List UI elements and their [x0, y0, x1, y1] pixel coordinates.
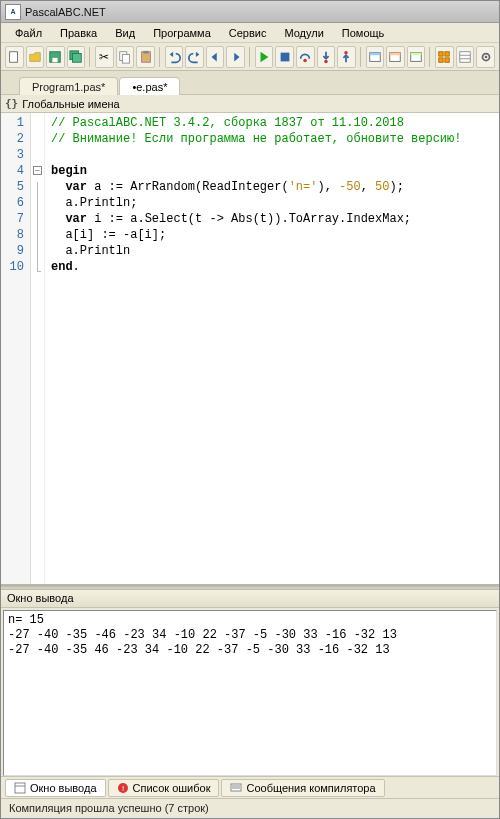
stop-button[interactable]: [275, 46, 294, 68]
save-all-button[interactable]: [67, 46, 86, 68]
svg-rect-22: [445, 57, 449, 61]
titlebar: A PascalABC.NET: [1, 1, 499, 23]
document-tabs: Program1.pas* •e.pas*: [1, 71, 499, 95]
menu-view[interactable]: Вид: [107, 25, 143, 41]
tab-e-pas[interactable]: •e.pas*: [119, 77, 180, 95]
svg-point-12: [345, 50, 349, 54]
settings-button[interactable]: [476, 46, 495, 68]
scope-bar[interactable]: {} Глобальные имена: [1, 95, 499, 113]
svg-rect-6: [122, 54, 129, 63]
window1-button[interactable]: [366, 46, 385, 68]
toolbar: ✂: [1, 43, 499, 71]
nav-forward-button[interactable]: [226, 46, 245, 68]
fold-gutter: −: [31, 113, 45, 584]
svg-point-10: [304, 58, 308, 62]
menu-service[interactable]: Сервис: [221, 25, 275, 41]
save-button[interactable]: [46, 46, 65, 68]
messages-icon: [230, 782, 242, 794]
svg-point-27: [484, 55, 487, 58]
bottom-tab-errors[interactable]: ! Список ошибок: [108, 779, 220, 797]
svg-rect-16: [390, 52, 401, 55]
scope-label: Глобальные имена: [22, 98, 120, 110]
braces-icon: {}: [5, 97, 18, 110]
menu-edit[interactable]: Правка: [52, 25, 105, 41]
app-icon: A: [5, 4, 21, 20]
step-into-button[interactable]: [317, 46, 336, 68]
menu-file[interactable]: Файл: [7, 25, 50, 41]
svg-rect-23: [460, 51, 471, 62]
svg-rect-9: [280, 52, 289, 61]
open-file-button[interactable]: [26, 46, 45, 68]
svg-text:!: !: [121, 784, 123, 793]
code-area[interactable]: // PascalABC.NET 3.4.2, сборка 1837 от 1…: [45, 113, 499, 584]
bottom-tab-label: Окно вывода: [30, 782, 97, 794]
line-number-gutter: 1 2 3 4 5 6 7 8 9 10: [1, 113, 31, 584]
svg-rect-14: [370, 52, 381, 55]
menu-modules[interactable]: Модули: [276, 25, 331, 41]
redo-button[interactable]: [185, 46, 204, 68]
nav-back-button[interactable]: [206, 46, 225, 68]
tab-program1[interactable]: Program1.pas*: [19, 77, 118, 95]
menubar: Файл Правка Вид Программа Сервис Модули …: [1, 23, 499, 43]
output-panel: Окно вывода n= 15 -27 -40 -35 -46 -23 34…: [1, 590, 499, 798]
window3-button[interactable]: [407, 46, 426, 68]
bottom-tab-output[interactable]: Окно вывода: [5, 779, 106, 797]
run-button[interactable]: [255, 46, 274, 68]
grid-button[interactable]: [456, 46, 475, 68]
svg-rect-28: [15, 783, 25, 793]
menu-program[interactable]: Программа: [145, 25, 219, 41]
step-out-button[interactable]: [337, 46, 356, 68]
svg-point-11: [324, 59, 328, 63]
menu-help[interactable]: Помощь: [334, 25, 393, 41]
copy-button[interactable]: [116, 46, 135, 68]
svg-rect-0: [10, 51, 18, 62]
svg-rect-21: [439, 57, 443, 61]
window-title: PascalABC.NET: [25, 6, 106, 18]
code-editor[interactable]: 1 2 3 4 5 6 7 8 9 10 − // PascalABC.NET …: [1, 113, 499, 586]
toolbar-sep: [360, 47, 362, 67]
svg-rect-20: [445, 51, 449, 55]
toolbar-sep: [89, 47, 91, 67]
bottom-tab-label: Список ошибок: [133, 782, 211, 794]
paste-button[interactable]: [136, 46, 155, 68]
step-over-button[interactable]: [296, 46, 315, 68]
toolbar-sep: [159, 47, 161, 67]
new-file-button[interactable]: [5, 46, 24, 68]
status-bar: Компиляция прошла успешно (7 строк): [1, 798, 499, 818]
bottom-tabs: Окно вывода ! Список ошибок Сообщения ко…: [1, 776, 499, 798]
undo-button[interactable]: [165, 46, 184, 68]
toolbar-sep: [249, 47, 251, 67]
cut-button[interactable]: ✂: [95, 46, 114, 68]
svg-rect-8: [143, 50, 148, 53]
svg-rect-19: [439, 51, 443, 55]
fold-toggle-icon[interactable]: −: [33, 166, 42, 175]
output-icon: [14, 782, 26, 794]
output-header: Окно вывода: [1, 590, 499, 608]
toolbar-sep: [429, 47, 431, 67]
output-body[interactable]: n= 15 -27 -40 -35 -46 -23 34 -10 22 -37 …: [3, 610, 497, 776]
bottom-tab-compiler-msgs[interactable]: Сообщения компилятора: [221, 779, 384, 797]
window2-button[interactable]: [386, 46, 405, 68]
forms-button[interactable]: [435, 46, 454, 68]
svg-rect-2: [53, 57, 58, 61]
svg-rect-4: [73, 53, 82, 62]
status-text: Компиляция прошла успешно (7 строк): [9, 802, 209, 814]
errors-icon: !: [117, 782, 129, 794]
bottom-tab-label: Сообщения компилятора: [246, 782, 375, 794]
svg-rect-18: [411, 52, 422, 55]
